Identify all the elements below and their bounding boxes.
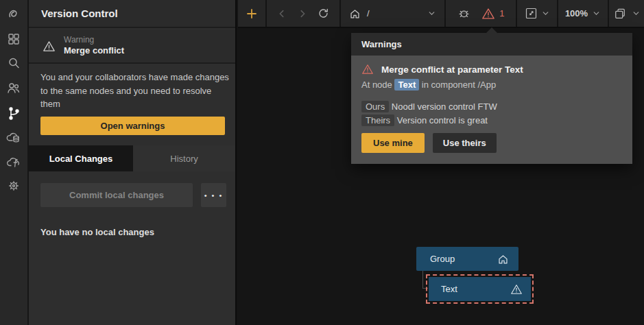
warnings-popup: Warnings Merge conflict at parameter Tex… <box>351 33 632 164</box>
commit-row: Commit local changes • • • <box>40 183 254 207</box>
refresh-button[interactable] <box>318 0 329 27</box>
warning-triangle-icon <box>510 284 523 295</box>
empty-state-text: You have no local changes <box>40 227 154 237</box>
group-node[interactable]: Group <box>416 247 518 271</box>
node-name-chip[interactable]: Text <box>394 79 419 91</box>
cloud-functions-icon[interactable] <box>0 150 27 173</box>
add-node-button[interactable] <box>238 0 265 27</box>
nav-back-button[interactable] <box>277 0 287 27</box>
use-mine-button[interactable]: Use mine <box>361 133 425 153</box>
debug-button[interactable] <box>457 0 470 27</box>
nav-forward-button[interactable] <box>298 0 307 27</box>
text-node-conflict-outline[interactable]: Text <box>426 274 534 304</box>
chevron-down-icon[interactable] <box>632 9 641 18</box>
noodl-logo-icon[interactable] <box>0 3 27 26</box>
collaborators-icon[interactable] <box>0 76 27 99</box>
popup-warning-location: At node Text in component /App <box>361 80 622 90</box>
version-control-icon[interactable] <box>0 101 27 125</box>
more-options-button[interactable]: • • • <box>201 183 226 207</box>
theirs-value: Version control is great <box>397 115 488 125</box>
warning-kind-label: Warning <box>64 35 124 45</box>
popup-body: Merge conflict at parameter Text At node… <box>351 56 632 164</box>
ours-row: Ours Noodl version control FTW <box>361 101 622 112</box>
warning-message: Merge conflict <box>64 45 124 56</box>
viewport-size-button[interactable] <box>613 0 627 27</box>
ours-value: Noodl version control FTW <box>392 101 497 112</box>
commit-local-changes-button[interactable]: Commit local changes <box>40 183 193 207</box>
version-control-panel: Version Control Warning Merge conflict Y… <box>29 0 237 325</box>
tab-local-changes[interactable]: Local Changes <box>29 145 133 171</box>
home-icon <box>349 8 361 19</box>
warning-triangle-icon <box>361 64 374 75</box>
ours-chip: Ours <box>361 101 389 112</box>
tab-history[interactable]: History <box>133 145 235 171</box>
location-suffix: in component /App <box>422 80 496 90</box>
popup-warning-title: Merge conflict at parameter Text <box>381 64 523 75</box>
merge-conflict-summary: Warning Merge conflict <box>29 29 235 64</box>
text-node[interactable]: Text <box>429 277 531 301</box>
use-theirs-button[interactable]: Use theirs <box>433 133 497 153</box>
warning-triangle-icon <box>43 40 56 52</box>
panel-title: Version Control <box>29 0 235 28</box>
text-node-label: Text <box>441 284 510 294</box>
component-path-value: / <box>367 8 370 19</box>
chevron-down-icon <box>427 9 436 18</box>
cloud-services-icon[interactable] <box>0 125 27 149</box>
theirs-row: Theirs Version control is great <box>361 115 622 125</box>
home-icon <box>497 254 509 265</box>
theirs-chip: Theirs <box>361 115 394 126</box>
popup-pointer <box>486 27 498 34</box>
conflict-description: You and your collaborators have made cha… <box>40 71 229 111</box>
preview-toolbar: / 1 100% <box>238 0 644 28</box>
open-warnings-button[interactable]: Open warnings <box>40 117 225 135</box>
location-prefix: At node <box>361 80 392 90</box>
chevron-down-icon[interactable] <box>592 9 601 18</box>
expand-preview-button[interactable] <box>524 0 538 27</box>
chevron-down-icon[interactable] <box>541 9 550 18</box>
warning-count-badge: 1 <box>499 8 504 19</box>
group-node-label: Group <box>430 254 497 264</box>
warnings-button[interactable]: 1 <box>481 0 504 27</box>
component-path-select[interactable]: / <box>341 0 444 27</box>
search-icon[interactable] <box>0 51 27 75</box>
zoom-level-select[interactable]: 100% <box>565 8 588 19</box>
popup-title: Warnings <box>351 33 632 56</box>
settings-icon[interactable] <box>0 174 27 197</box>
components-icon[interactable] <box>0 27 27 51</box>
icon-rail <box>0 0 29 325</box>
panel-tabs: Local Changes History <box>29 145 235 171</box>
